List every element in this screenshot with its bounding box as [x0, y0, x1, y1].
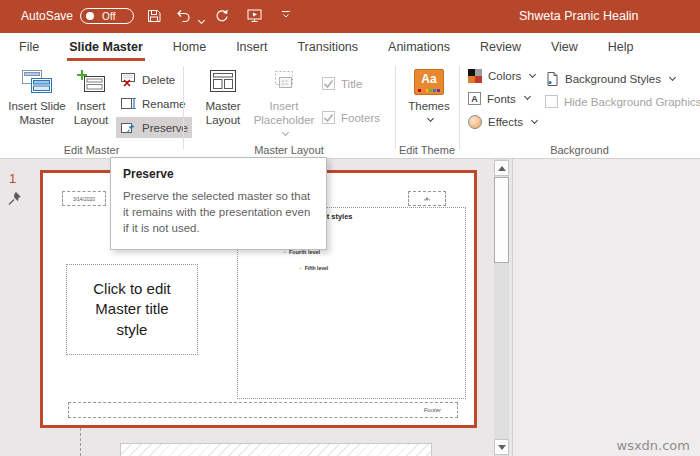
chevron-down-icon	[669, 73, 676, 80]
undo-dropdown-icon[interactable]	[196, 11, 204, 29]
insert-layout-icon	[76, 67, 106, 97]
autosave-toggle[interactable]: Off	[80, 8, 134, 24]
title-checkbox-label: Title	[341, 78, 362, 90]
powerpoint-window: AutoSave Off Shweta Pranic Healin File S…	[0, 0, 700, 456]
chevron-down-icon	[427, 115, 434, 122]
insert-slide-master-icon	[21, 67, 53, 97]
insert-layout-label: Insert Layout	[68, 100, 114, 127]
save-icon[interactable]	[146, 8, 162, 24]
pushpin-icon	[6, 190, 23, 207]
hide-background-graphics-row: Hide Background Graphics	[545, 95, 700, 108]
colors-button[interactable]: Colors	[468, 69, 535, 83]
delete-button[interactable]: Delete	[116, 69, 179, 90]
tooltip-title: Preserve	[123, 167, 314, 181]
hide-background-graphics-label: Hide Background Graphics	[564, 96, 700, 108]
tooltip-body: Preserve the selected master so that it …	[123, 188, 314, 236]
delete-icon	[120, 72, 137, 87]
scrollbar-up-button[interactable]	[494, 160, 509, 176]
fonts-button[interactable]: A Fonts	[468, 92, 530, 105]
undo-icon[interactable]	[175, 8, 192, 24]
group-separator	[183, 66, 184, 149]
chevron-down-icon	[529, 70, 536, 77]
colors-label: Colors	[488, 70, 521, 82]
background-styles-label: Background Styles	[565, 73, 661, 85]
watermark: wsxdn.com	[617, 438, 691, 453]
colors-icon	[468, 69, 482, 83]
fonts-icon: A	[468, 92, 481, 105]
insert-layout-button[interactable]: Insert Layout	[68, 65, 114, 145]
themes-icon: Aa	[414, 67, 444, 97]
tab-insert[interactable]: Insert	[221, 33, 282, 61]
hide-background-graphics-checkbox	[545, 95, 558, 108]
tab-slide-master[interactable]: Slide Master	[54, 33, 158, 61]
tab-file[interactable]: File	[4, 33, 54, 61]
background-styles-icon	[545, 71, 559, 87]
group-separator	[459, 66, 460, 149]
master-layout-icon	[208, 67, 238, 97]
footers-checkbox-row: Footers	[322, 111, 380, 124]
footers-checkbox	[322, 111, 335, 124]
tab-help[interactable]: Help	[593, 33, 649, 61]
date-placeholder[interactable]: 3/14/2020	[62, 191, 106, 206]
tab-review[interactable]: Review	[465, 33, 536, 61]
effects-icon	[468, 115, 482, 129]
chevron-down-icon	[531, 116, 538, 123]
edit-master-group-label: Edit Master	[0, 144, 183, 156]
master-layout-group-label: Master Layout	[183, 144, 395, 156]
ribbon-tabs: File Slide Master Home Insert Transition…	[0, 33, 700, 61]
delete-label: Delete	[142, 74, 175, 86]
scrollbar-down-button[interactable]	[494, 439, 509, 455]
master-title-placeholder[interactable]: Click to edit Master title style	[66, 264, 198, 355]
chevron-down-icon	[524, 93, 531, 100]
redo-icon[interactable]	[214, 8, 230, 24]
rename-label: Rename	[142, 98, 185, 110]
document-title: Shweta Pranic Healin	[519, 9, 639, 23]
layout-thumbnail[interactable]	[120, 443, 432, 456]
edit-theme-group-label: Edit Theme	[395, 144, 459, 156]
scrollbar-thumb[interactable]	[494, 177, 509, 263]
preserve-button[interactable]: Preserve	[116, 117, 192, 138]
arrow-up-icon	[498, 166, 506, 171]
background-styles-button[interactable]: Background Styles	[545, 71, 675, 87]
ribbon: Insert Slide Master Insert Layout Delete…	[0, 61, 700, 159]
insert-placeholder-icon	[270, 67, 298, 97]
tab-view[interactable]: View	[536, 33, 593, 61]
preserve-icon	[120, 120, 137, 135]
insert-slide-master-button[interactable]: Insert Slide Master	[6, 65, 68, 145]
title-bar: AutoSave Off Shweta Pranic Healin	[0, 0, 700, 33]
preserve-tooltip: Preserve Preserve the selected master so…	[110, 157, 327, 250]
title-checkbox	[322, 77, 335, 90]
master-layout-label: Master Layout	[196, 100, 250, 127]
rename-button[interactable]: Rename	[116, 93, 189, 114]
level-5-item: ▪Fifth level	[300, 265, 328, 271]
editing-area	[513, 159, 700, 456]
tab-home[interactable]: Home	[158, 33, 221, 61]
insert-slide-master-label: Insert Slide Master	[6, 100, 68, 127]
fonts-label: Fonts	[487, 93, 516, 105]
tab-animations[interactable]: Animations	[373, 33, 465, 61]
layout-connector-line	[80, 428, 81, 456]
toggle-knob-icon	[86, 12, 94, 20]
footers-checkbox-label: Footers	[341, 112, 380, 124]
insert-placeholder-label: Insert Placeholder	[254, 100, 315, 126]
master-layout-button[interactable]: Master Layout	[196, 65, 250, 145]
autosave-label: AutoSave	[21, 9, 73, 23]
background-group-label: Background	[459, 144, 700, 156]
slideshow-icon[interactable]	[246, 8, 264, 24]
customize-toolbar-icon[interactable]	[280, 8, 292, 22]
footer-placeholder[interactable]: Footer	[68, 402, 458, 418]
autosave-state: Off	[102, 11, 116, 22]
insert-placeholder-button: Insert Placeholder	[252, 65, 316, 145]
arrow-down-icon	[498, 445, 506, 450]
slide-number-placeholder[interactable]: ‹#›	[408, 191, 446, 206]
title-checkbox-row: Title	[322, 77, 362, 90]
rename-icon	[120, 96, 137, 111]
effects-label: Effects	[488, 116, 523, 128]
preserve-label: Preserve	[142, 122, 188, 134]
themes-label: Themes	[408, 100, 450, 114]
themes-button[interactable]: Aa Themes	[402, 65, 456, 145]
tab-transitions[interactable]: Transitions	[282, 33, 373, 61]
slide-master-pane: 1 3/14/2020 ‹#› Click to edit Master tit…	[0, 159, 700, 456]
group-separator	[395, 66, 396, 149]
effects-button[interactable]: Effects	[468, 115, 537, 129]
